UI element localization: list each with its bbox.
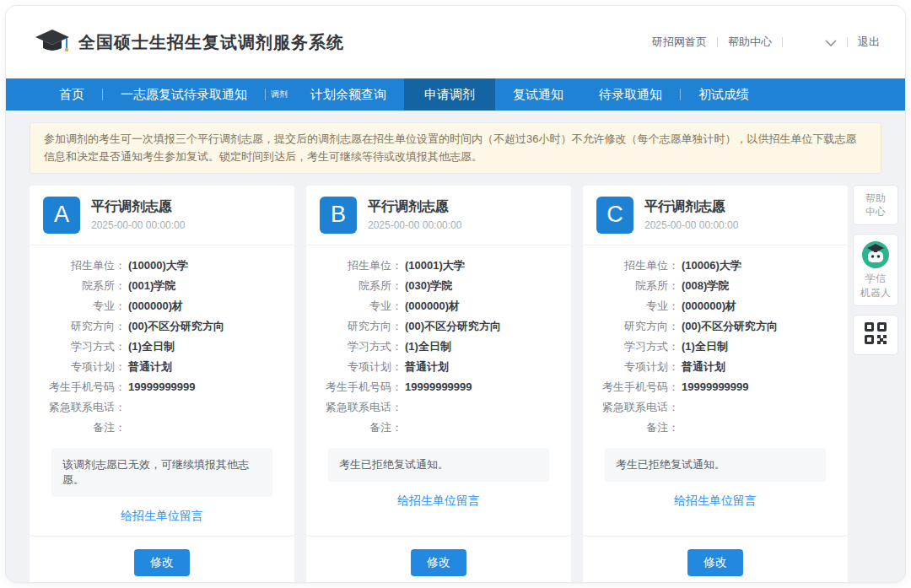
- top-links: 研招网首页 帮助中心 退出: [652, 35, 880, 50]
- field-value: (1)全日制: [126, 337, 175, 357]
- modify-button[interactable]: 修改: [411, 549, 466, 576]
- qr-code-widget[interactable]: [853, 315, 898, 355]
- status-message: 该调剂志愿已无效，可继续填报其他志愿。: [51, 448, 272, 497]
- field-row-major: 专业： (000000)材: [595, 296, 836, 316]
- nav-item-initial-scores[interactable]: 初试成绩: [681, 78, 767, 111]
- field-row-remark: 备注：: [41, 418, 283, 438]
- field-label: 招生单位：: [595, 256, 679, 276]
- message-link-row: 给招生单位留言: [595, 482, 836, 521]
- field-label: 学习方式：: [41, 337, 126, 357]
- page-title: 全国硕士生招生复试调剂服务系统: [78, 31, 344, 54]
- field-row-department: 院系所： (030)学院: [318, 276, 559, 296]
- field-row-special-plan: 专项计划： 普通计划: [41, 357, 283, 377]
- field-label: 学习方式：: [318, 337, 402, 357]
- robot-widget-label-line2: 机器人: [860, 286, 891, 299]
- card-header-text: 平行调剂志愿 2025-00-00 00:00:00: [368, 198, 461, 231]
- message-to-unit-link[interactable]: 给招生单位留言: [397, 494, 480, 507]
- top-header: 全国硕士生招生复试调剂服务系统 研招网首页 帮助中心 退出: [6, 6, 905, 78]
- logout-link[interactable]: 退出: [858, 35, 880, 50]
- modify-button[interactable]: 修改: [134, 549, 190, 576]
- help-center-widget[interactable]: 帮助 中心: [853, 185, 898, 225]
- field-label: 备注：: [595, 418, 679, 438]
- field-value: (030)学院: [402, 276, 452, 296]
- nav-item-home[interactable]: 首页: [41, 78, 102, 111]
- field-value: (001)学院: [126, 276, 175, 296]
- field-label: 专项计划：: [41, 357, 126, 377]
- field-label: 专项计划：: [318, 357, 402, 377]
- help-center-link[interactable]: 帮助中心: [728, 35, 772, 50]
- field-row-remark: 备注：: [595, 418, 836, 438]
- field-row-admission-unit: 招生单位： (10001)大学: [318, 256, 559, 276]
- nav-item-tiaoji-label: 调剂: [266, 78, 293, 111]
- field-row-phone: 考生手机号码： 19999999999: [41, 377, 283, 397]
- card-title: 平行调剂志愿: [91, 198, 185, 216]
- top-link-separator: [717, 37, 718, 47]
- graduation-cap-icon: [35, 28, 70, 57]
- field-label: 招生单位：: [41, 256, 126, 276]
- field-row-phone: 考生手机号码： 19999999999: [595, 377, 836, 397]
- nav-item-retest-notice[interactable]: 复试通知: [495, 78, 581, 111]
- message-link-row: 给招生单位留言: [318, 482, 559, 521]
- field-label: 紧急联系电话：: [318, 397, 402, 418]
- field-row-study-mode: 学习方式： (1)全日制: [41, 337, 283, 357]
- volunteer-letter-badge: A: [43, 197, 80, 234]
- main-nav: 首页 一志愿复试待录取通知 调剂 计划余额查询 申请调剂 复试通知 待录取通知 …: [6, 78, 905, 111]
- user-menu-dropdown[interactable]: [825, 36, 837, 49]
- field-row-emergency-phone: 紧急联系电话：: [41, 397, 283, 418]
- help-center-widget-label-line2: 中心: [865, 205, 886, 218]
- nav-item-admission-notice[interactable]: 待录取通知: [581, 78, 680, 111]
- field-label: 备注：: [318, 418, 402, 438]
- modify-button[interactable]: 修改: [687, 549, 743, 576]
- field-label: 考生手机号码：: [595, 377, 679, 397]
- field-row-major: 专业： (000000)材: [41, 296, 283, 316]
- field-label: 专业：: [41, 296, 126, 316]
- card-header: C 平行调剂志愿 2025-00-00 00:00:00: [583, 186, 848, 245]
- nav-item-apply-tiaoji[interactable]: 申请调剂: [404, 78, 495, 111]
- field-label: 院系所：: [595, 276, 679, 296]
- robot-widget-label-line1: 学信: [865, 272, 886, 285]
- message-to-unit-link[interactable]: 给招生单位留言: [121, 509, 203, 522]
- field-label: 研究方向：: [41, 316, 126, 337]
- field-label: 备注：: [41, 418, 126, 438]
- qr-code-icon: [864, 321, 887, 348]
- field-label: 专业：: [595, 296, 679, 316]
- field-value: [126, 418, 128, 438]
- field-row-study-mode: 学习方式： (1)全日制: [318, 337, 559, 357]
- card-header: A 平行调剂志愿 2025-00-00 00:00:00: [30, 186, 294, 245]
- volunteer-card-b: B 平行调剂志愿 2025-00-00 00:00:00 招生单位： (1000…: [306, 186, 571, 582]
- field-row-major: 专业： (000000)材: [318, 296, 559, 316]
- card-header-text: 平行调剂志愿 2025-00-00 00:00:00: [91, 198, 185, 231]
- field-value: (10000)大学: [126, 256, 188, 276]
- card-body: 招生单位： (10001)大学 院系所： (030)学院 专业： (000000…: [306, 245, 571, 521]
- nav-item-first-choice-notice[interactable]: 一志愿复试待录取通知: [103, 78, 265, 111]
- field-value: 19999999999: [679, 377, 749, 397]
- nav-item-plan-balance-query[interactable]: 计划余额查询: [293, 78, 404, 111]
- field-row-research-direction: 研究方向： (00)不区分研究方向: [595, 316, 836, 337]
- top-link-separator: [847, 37, 848, 47]
- field-row-department: 院系所： (008)学院: [595, 276, 836, 296]
- card-header: B 平行调剂志愿 2025-00-00 00:00:00: [306, 186, 571, 245]
- message-to-unit-link[interactable]: 给招生单位留言: [674, 494, 757, 507]
- field-value: (000000)材: [126, 296, 183, 316]
- card-header-text: 平行调剂志愿 2025-00-00 00:00:00: [644, 198, 738, 231]
- field-row-research-direction: 研究方向： (00)不区分研究方向: [318, 316, 559, 337]
- card-datetime: 2025-00-00 00:00:00: [368, 219, 461, 231]
- card-body: 招生单位： (10006)大学 院系所： (008)学院 专业： (000000…: [583, 245, 848, 521]
- field-value: [402, 418, 405, 438]
- field-value: 普通计划: [679, 357, 725, 377]
- field-row-special-plan: 专项计划： 普通计划: [318, 357, 559, 377]
- field-row-admission-unit: 招生单位： (10000)大学: [41, 256, 283, 276]
- content-area: 参加调剂的考生可一次填报三个平行调剂志愿，提交后的调剂志愿在招生单位设置的时间内…: [6, 111, 905, 582]
- card-footer: 修改: [30, 536, 294, 582]
- card-footer: 修改: [583, 536, 848, 582]
- field-value: 19999999999: [402, 377, 472, 397]
- xuexin-robot-widget[interactable]: 学信 机器人: [853, 234, 898, 305]
- brand: 全国硕士生招生复试调剂服务系统: [35, 28, 344, 57]
- chevron-down-icon: [825, 36, 837, 49]
- username-placeholder: [793, 38, 815, 46]
- field-row-phone: 考生手机号码： 19999999999: [318, 377, 559, 397]
- field-row-emergency-phone: 紧急联系电话：: [595, 397, 836, 418]
- yanzhao-home-link[interactable]: 研招网首页: [652, 35, 707, 50]
- floating-side-widgets: 帮助 中心 学信 机器人: [853, 185, 898, 355]
- field-value: [679, 397, 682, 418]
